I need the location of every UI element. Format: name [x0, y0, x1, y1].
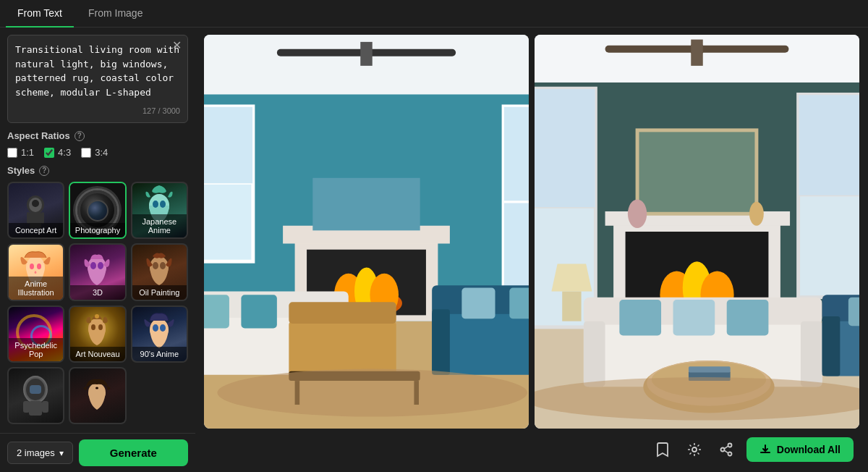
style-extra1[interactable]: [7, 367, 64, 424]
generate-button[interactable]: Generate: [79, 439, 188, 466]
style-art-nouveau[interactable]: Art Nouveau: [69, 305, 126, 363]
style-anime-illustration[interactable]: Anime Illustration: [7, 243, 64, 300]
svg-point-131: [720, 448, 724, 452]
svg-rect-62: [204, 295, 229, 328]
svg-point-129: [728, 444, 731, 447]
style-concept-art[interactable]: Concept Art: [7, 182, 64, 239]
ratio-3-4-checkbox[interactable]: [81, 148, 91, 158]
svg-rect-107: [584, 321, 605, 387]
svg-rect-71: [289, 302, 396, 324]
svg-rect-111: [727, 300, 769, 335]
svg-rect-122: [689, 366, 731, 372]
image-card-2: [535, 35, 859, 429]
styles-label: Styles ?: [7, 165, 188, 176]
svg-point-24: [153, 324, 158, 332]
svg-rect-32: [42, 401, 48, 413]
styles-help-icon[interactable]: ?: [39, 166, 49, 176]
svg-rect-110: [673, 300, 715, 335]
ratio-3-4[interactable]: 3:4: [81, 147, 108, 158]
style-anime-illustration-label: Anime Illustration: [9, 277, 63, 300]
svg-point-20: [91, 324, 95, 330]
svg-rect-103: [697, 46, 789, 53]
styles-section: Styles ?: [7, 165, 188, 424]
svg-rect-55: [277, 49, 367, 56]
svg-point-128: [692, 447, 697, 452]
tabs-bar: From Text From Image: [0, 0, 868, 28]
style-3d[interactable]: 3D: [69, 243, 126, 300]
svg-rect-104: [691, 40, 702, 66]
style-oil-painting[interactable]: Oil Painting: [131, 243, 188, 300]
aspect-ratios-help-icon[interactable]: ?: [75, 131, 85, 141]
style-japanese-anime[interactable]: Japanese Anime: [131, 182, 188, 239]
prompt-input[interactable]: Transitional living room with natural li…: [15, 43, 180, 101]
svg-point-100: [749, 202, 764, 226]
styles-grid: Concept Art Photography: [7, 182, 188, 424]
tab-from-image[interactable]: From Image: [77, 0, 154, 28]
svg-rect-56: [367, 49, 456, 56]
svg-rect-63: [241, 295, 276, 328]
close-icon[interactable]: ✕: [172, 40, 182, 51]
svg-point-11: [30, 264, 34, 269]
aspect-ratios-options: 1:1 4:3 3:4: [7, 147, 188, 158]
svg-line-133: [724, 450, 728, 453]
images-count-selector[interactable]: 2 images ▾: [7, 442, 73, 464]
images-grid: [204, 35, 859, 429]
svg-point-17: [153, 262, 158, 269]
aspect-ratios-label: Aspect Ratios ?: [7, 130, 188, 141]
style-oil-painting-label: Oil Painting: [132, 285, 187, 300]
images-count-text: 2 images: [17, 447, 55, 458]
download-all-label: Download All: [777, 444, 841, 455]
svg-rect-41: [204, 106, 253, 184]
ratio-4-3[interactable]: 4:3: [44, 147, 71, 158]
svg-point-25: [160, 324, 166, 332]
svg-rect-4: [27, 212, 30, 224]
download-all-button[interactable]: Download All: [746, 437, 854, 462]
svg-point-9: [160, 201, 166, 208]
svg-rect-66: [432, 309, 450, 375]
image-card-1: [204, 35, 529, 429]
svg-point-127: [535, 377, 859, 420]
right-panel: Download All: [195, 28, 868, 472]
style-90s-anime[interactable]: 90's Anime: [131, 305, 188, 363]
svg-point-99: [628, 199, 647, 228]
svg-rect-109: [619, 300, 661, 335]
svg-rect-108: [801, 321, 822, 387]
svg-rect-57: [360, 42, 372, 66]
svg-rect-97: [637, 130, 757, 214]
aspect-ratios-section: Aspect Ratios ? 1:1 4:3 3:4: [7, 130, 188, 158]
style-art-nouveau-label: Art Nouveau: [70, 347, 124, 361]
style-90s-anime-label: 90's Anime: [132, 347, 187, 361]
svg-marker-124: [551, 264, 592, 292]
ratio-1-1-checkbox[interactable]: [7, 148, 17, 158]
char-count: 127 / 3000: [15, 106, 180, 115]
style-3d-label: 3D: [70, 285, 124, 300]
prompt-box: ✕ Transitional living room with natural …: [7, 35, 188, 123]
style-extra2[interactable]: [69, 367, 126, 424]
svg-point-8: [153, 201, 158, 208]
svg-point-22: [95, 314, 99, 319]
svg-rect-31: [23, 401, 30, 413]
svg-point-15: [98, 262, 103, 269]
style-psychedelic-pop[interactable]: Psychedelic Pop: [7, 305, 64, 363]
svg-rect-102: [605, 46, 697, 53]
lens-inner: [87, 200, 109, 222]
style-psychedelic-pop-label: Psychedelic Pop: [9, 338, 63, 361]
svg-rect-88: [799, 94, 859, 195]
svg-point-21: [98, 324, 103, 330]
svg-point-130: [728, 452, 731, 456]
settings-icon[interactable]: [683, 438, 706, 461]
chevron-down-icon: ▾: [59, 448, 64, 458]
style-japanese-anime-label: Japanese Anime: [132, 214, 187, 237]
ratio-4-3-checkbox[interactable]: [44, 148, 54, 158]
svg-rect-30: [29, 401, 42, 416]
svg-point-12: [37, 264, 41, 269]
svg-rect-5: [41, 212, 44, 224]
share-icon[interactable]: [715, 438, 738, 461]
action-bar: Download All: [204, 434, 859, 465]
tab-from-text[interactable]: From Text: [6, 0, 74, 28]
style-photography[interactable]: Photography: [69, 182, 126, 239]
svg-rect-123: [562, 291, 581, 321]
ratio-1-1[interactable]: 1:1: [7, 147, 34, 158]
bookmark-icon[interactable]: [651, 438, 674, 461]
svg-rect-68: [461, 287, 495, 319]
